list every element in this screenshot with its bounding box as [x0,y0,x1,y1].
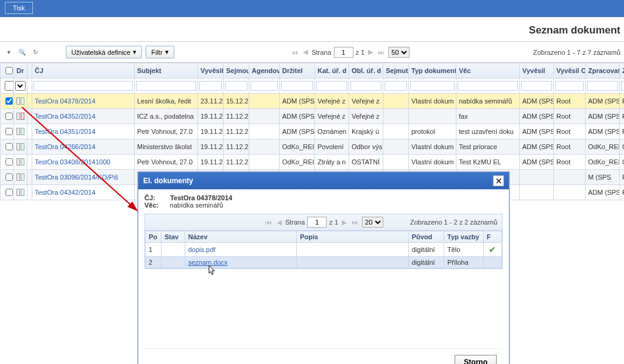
attachment-icon [21,173,24,181]
column-header[interactable]: Typ dokument [409,63,456,79]
column-header[interactable]: Dr [14,63,27,79]
doc-icon [16,189,20,196]
filter-input[interactable] [34,81,133,91]
dialog-footer: Storno [144,348,503,364]
dialog-title: El. dokumenty [143,177,193,185]
cj-link[interactable]: TestOra 04378/2014 [35,97,96,105]
userdef-dropdown[interactable]: Uživatelská definice▾ [66,46,142,58]
el-dokumenty-dialog: El. dokumenty ✕ ČJ: TestOra 04378/2014 V… [138,172,509,364]
file-link[interactable]: dopis.pdf [188,246,216,253]
filter-input[interactable] [225,81,247,91]
pager-strana-label: Strana [311,49,331,56]
attachment-icon [21,97,24,105]
column-header[interactable]: Popis [297,231,408,243]
doc-icon [16,113,20,120]
dialog-header: El. dokumenty ✕ [138,172,509,189]
print-button[interactable]: Tisk [5,2,33,14]
column-header[interactable]: Subjekt [135,63,198,79]
column-header[interactable]: Věc [456,63,520,79]
column-header[interactable]: Typ vazby [444,231,483,243]
column-header[interactable]: Původ [408,231,444,243]
column-header[interactable]: Kat. úř. d [315,63,349,79]
pager-prev-icon[interactable]: ◀ [275,219,283,226]
attachment-icon [21,158,24,166]
storno-button[interactable]: Storno [455,355,497,364]
dialog-records-info: Zobrazeno 1 - 2 z 2 záznamů [410,219,497,226]
chevron-down-icon: ▾ [165,48,169,56]
dialog-pager-pagesize-select[interactable]: 20 [362,217,383,228]
column-header[interactable]: Agendové [249,63,280,79]
cj-link[interactable]: TestOra 03096/2014/KO/Piš [35,173,118,181]
filter-input[interactable] [316,81,347,91]
table-row[interactable]: TestOra 04266/2014Ministerstvo školst19.… [1,139,625,155]
filter-dropdown[interactable]: Filtr▾ [146,46,174,58]
column-header[interactable] [1,63,14,79]
pager-main: ⏮ ◀ Strana z 1 ▶ ⏭ 50 [290,47,410,58]
attachment-icon [21,128,24,135]
cj-link[interactable]: TestOra 04352/2014 [35,113,96,120]
search-icon[interactable]: 🔍 [17,47,27,57]
file-link[interactable]: seznam.docx [188,259,228,266]
column-header[interactable]: Zpracovat [586,63,620,79]
list-item[interactable]: 1dopis.pdfdigitálníTělo✔ [146,243,502,257]
filter-input[interactable] [458,81,518,91]
chevron-down-icon: ▾ [133,48,136,56]
cj-link[interactable]: TestOra 04266/2014 [35,143,96,150]
pager-last-icon[interactable]: ⏭ [377,49,386,56]
refresh-icon[interactable]: ↻ [30,47,40,57]
dialog-pager-page-input[interactable] [307,217,327,228]
toolbar: ▾ 🔍 ↻ Uživatelská definice▾ Filtr▾ ⏮ ◀ S… [0,42,624,63]
column-header[interactable] [27,63,32,79]
pager-first-icon[interactable]: ⏮ [290,49,299,56]
cj-link[interactable]: TestOra 04342/2014 [35,189,96,196]
table-row[interactable]: TestOra 04352/2014ICZ a.s., podatelna19.… [1,109,625,124]
pager-next-icon[interactable]: ▶ [341,219,348,226]
filter-input[interactable] [555,81,584,91]
pager-first-icon[interactable]: ⏮ [264,219,273,226]
filter-input[interactable] [350,81,381,91]
column-header[interactable]: Obl. úř. d [349,63,383,79]
filter-input[interactable] [281,81,313,91]
column-header[interactable]: Sejmou [224,63,249,79]
dialog-pager: ⏮ ◀ Strana z 1 ▶ ⏭ 20 [264,217,383,228]
column-header[interactable]: Zpracova [620,63,625,79]
column-header[interactable]: Držitel [280,63,315,79]
filter-input[interactable] [385,81,407,91]
column-header[interactable]: Vyvěsit [198,63,224,79]
pager-prev-icon[interactable]: ◀ [302,48,309,56]
pager-page-input[interactable] [334,47,353,58]
doc-icon [16,173,20,181]
dropdown-icon[interactable]: ▾ [4,47,13,57]
cj-link[interactable]: TestOra 03408/20141000 [35,158,110,166]
pager-next-icon[interactable]: ▶ [367,48,374,56]
close-icon[interactable]: ✕ [493,175,504,186]
filter-input[interactable] [410,81,455,91]
filter-input[interactable] [587,81,618,91]
topbar: Tisk [0,0,624,17]
attachment-icon [21,143,24,150]
column-header[interactable]: Po [146,231,161,243]
dialog-subgrid: ⏮ ◀ Strana z 1 ▶ ⏭ 20 Zobrazeno 1 - 2 z … [144,214,503,269]
table-row[interactable]: TestOra 03408/20141000Petr Vohnout, 27.0… [1,155,625,170]
list-item[interactable]: 2seznam.docxdigitálníPříloha [146,257,502,268]
column-header[interactable]: Stav [161,231,185,243]
pager-pagesize-select[interactable]: 50 [388,47,410,58]
column-header[interactable]: Vyvěsil O. [554,63,586,79]
table-row[interactable]: TestOra 04378/2014Lesní školka, ředit23.… [1,94,625,109]
filter-input[interactable] [521,81,552,91]
filter-input[interactable] [136,81,196,91]
filter-input[interactable] [250,81,278,91]
attachment-icon [21,189,24,196]
pager-last-icon[interactable]: ⏭ [350,219,360,226]
select-all-checkbox[interactable] [5,67,13,74]
filter-input[interactable] [199,81,222,91]
column-header[interactable]: Vyvěsil [520,63,554,79]
column-header[interactable]: F [483,231,502,243]
column-header[interactable]: Sejmut [383,63,409,79]
column-header[interactable]: Název [185,231,296,243]
filter-input[interactable] [621,81,624,91]
table-row[interactable]: TestOra 04351/2014Petr Vohnout, 27.019.1… [1,124,625,139]
cj-link[interactable]: TestOra 04351/2014 [35,128,96,135]
column-header[interactable]: ČJ [32,63,135,79]
doc-icon [16,128,20,135]
